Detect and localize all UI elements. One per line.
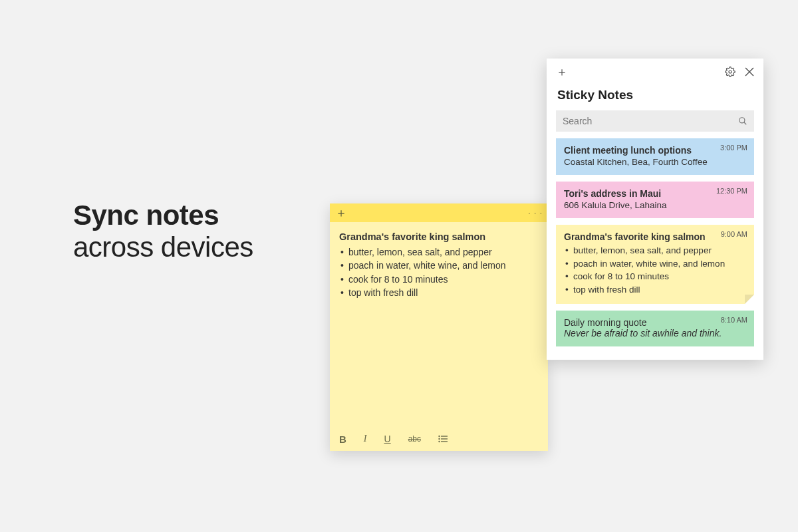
list-item: top with fresh dill — [564, 283, 746, 297]
plus-icon[interactable]: ＋ — [335, 205, 347, 221]
search-field[interactable] — [556, 110, 754, 132]
tagline-line-2: across devices — [73, 231, 253, 263]
plus-icon[interactable]: ＋ — [556, 64, 568, 80]
close-icon — [745, 67, 754, 76]
note-bullet-list: butter, lemon, sea salt, and pepper poac… — [339, 245, 539, 299]
svg-point-6 — [729, 70, 732, 73]
bullet-list-button[interactable] — [438, 435, 448, 443]
note-editor-titlebar: ＋ · · · — [330, 203, 548, 222]
svg-rect-5 — [441, 441, 448, 442]
search-icon — [738, 116, 747, 126]
note-card-title: Grandma's favorite king salmon — [564, 231, 746, 242]
bold-button[interactable]: B — [339, 434, 346, 445]
list-item: butter, lemon, sea salt, and pepper — [339, 245, 539, 259]
svg-line-10 — [744, 122, 747, 125]
note-card-list: butter, lemon, sea salt, and pepper poac… — [564, 244, 746, 296]
bullet-list-icon — [438, 435, 448, 443]
note-card[interactable]: 8:10 AM Daily morning quote Never be afr… — [556, 311, 754, 346]
gear-icon — [725, 66, 735, 77]
note-card[interactable]: 3:00 PM Client meeting lunch options Coa… — [556, 138, 754, 175]
search-input[interactable] — [563, 116, 738, 126]
note-time: 8:10 AM — [721, 316, 747, 324]
list-item: top with fresh dill — [339, 286, 539, 299]
formatting-toolbar: B I U abc — [330, 427, 548, 451]
tagline-line-1: Sync notes — [73, 200, 253, 231]
note-time: 12:30 PM — [716, 187, 747, 195]
close-button[interactable] — [745, 67, 754, 76]
note-editor-body[interactable]: Grandma's favorite king salmon butter, l… — [330, 222, 548, 427]
note-title: Grandma's favorite king salmon — [339, 231, 539, 242]
note-time: 9:00 AM — [721, 230, 747, 238]
settings-button[interactable] — [725, 66, 735, 77]
sticky-notes-panel: ＋ Sticky Notes 3:00 PM Client meeting lu… — [547, 59, 763, 360]
list-item: poach in water, white wine, and lemon — [564, 257, 746, 271]
italic-button[interactable]: I — [364, 434, 367, 444]
note-card-title: Client meeting lunch options — [564, 145, 746, 156]
note-card[interactable]: 12:30 PM Tori's address in Maui 606 Kalu… — [556, 182, 754, 218]
note-card-quote: Never be afraid to sit awhile and think. — [564, 328, 746, 338]
list-item: poach in water, white wine, and lemon — [339, 259, 539, 272]
svg-point-0 — [438, 436, 440, 437]
note-time: 3:00 PM — [720, 144, 747, 152]
list-item: cook for 8 to 10 minutes — [339, 273, 539, 286]
note-card-subtitle: 606 Kalula Drive, Lahaina — [564, 200, 746, 210]
marketing-tagline: Sync notes across devices — [73, 200, 253, 263]
strikethrough-button[interactable]: abc — [408, 434, 421, 444]
panel-title: Sticky Notes — [552, 81, 758, 110]
note-card-subtitle: Coastal Kitchen, Bea, Fourth Coffee — [564, 157, 746, 167]
svg-point-9 — [739, 118, 745, 123]
svg-point-2 — [438, 438, 440, 440]
note-card-title: Daily morning quote — [564, 317, 746, 328]
note-editor-window: ＋ · · · Grandma's favorite king salmon b… — [330, 203, 548, 451]
svg-rect-3 — [441, 438, 448, 439]
underline-button[interactable]: U — [384, 434, 391, 444]
ellipsis-icon[interactable]: · · · — [528, 208, 543, 217]
list-item: cook for 8 to 10 minutes — [564, 270, 746, 283]
note-card[interactable]: 9:00 AM Grandma's favorite king salmon b… — [556, 225, 754, 304]
panel-chrome: ＋ — [552, 65, 758, 81]
svg-point-4 — [438, 441, 440, 442]
list-item: butter, lemon, sea salt, and pepper — [564, 244, 746, 257]
svg-rect-1 — [441, 436, 448, 436]
